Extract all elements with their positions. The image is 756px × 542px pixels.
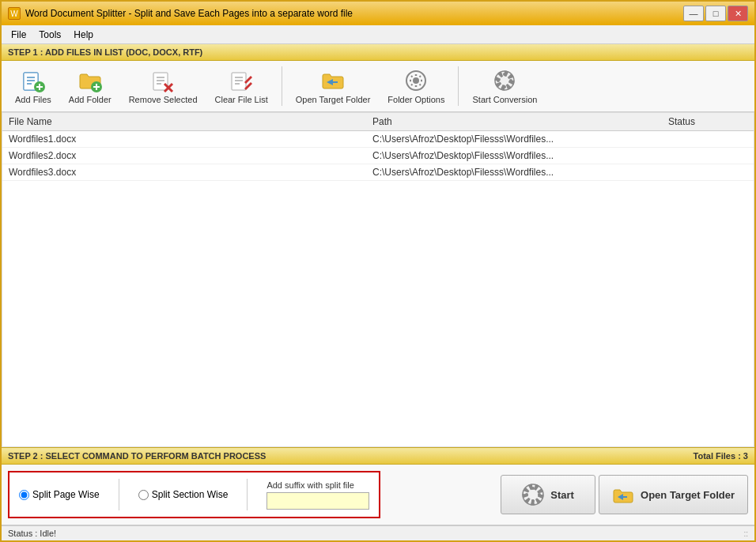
file-path-cell: C:\Users\Afroz\Desktop\Filesss\Wordfiles…: [372, 150, 668, 161]
file-list-body[interactable]: Wordfiles1.docxC:\Users\Afroz\Desktop\Fi…: [2, 131, 754, 446]
file-name-cell: Wordfiles1.docx: [9, 134, 372, 145]
add-folder-icon: [77, 68, 103, 93]
start-conversion-icon: [492, 68, 517, 93]
title-bar-left: W Word Document Splitter - Split and Sav…: [8, 7, 353, 20]
file-list-header: File Name Path Status: [2, 113, 754, 131]
add-folder-button[interactable]: Add Folder: [62, 64, 119, 108]
svg-rect-17: [232, 73, 246, 90]
svg-point-35: [497, 79, 500, 82]
folder-options-label: Folder Options: [387, 95, 444, 104]
clear-file-list-label: Clear File List: [215, 95, 268, 104]
options-divider-2: [247, 479, 248, 510]
split-section-wise-label: Split Section Wise: [152, 489, 229, 500]
svg-point-34: [503, 85, 506, 88]
maximize-button[interactable]: □: [705, 6, 726, 21]
menu-bar: File Tools Help: [2, 25, 754, 44]
suffix-group: Add suffix with split file: [266, 480, 369, 510]
toolbar-separator-1: [282, 66, 282, 106]
svg-point-39: [531, 487, 535, 490]
close-button[interactable]: ✕: [728, 6, 748, 21]
svg-point-36: [509, 79, 512, 82]
title-bar: W Word Document Splitter - Split and Sav…: [2, 2, 754, 25]
svg-line-27: [411, 76, 413, 77]
table-row[interactable]: Wordfiles3.docxC:\Users\Afroz\Desktop\Fi…: [2, 164, 754, 181]
svg-line-28: [420, 85, 421, 86]
suffix-input[interactable]: [266, 492, 369, 510]
open-target-folder-label: Open Target Folder: [296, 95, 371, 104]
open-folder-action-icon: [612, 485, 634, 504]
status-bar: Status : Idle! ::: [2, 525, 754, 540]
open-target-folder-button[interactable]: Open Target Folder: [289, 64, 378, 108]
start-label: Start: [550, 489, 574, 501]
toolbar-separator-2: [458, 66, 459, 106]
menu-file[interactable]: File: [5, 28, 32, 42]
status-text: Status : Idle!: [8, 529, 56, 538]
svg-point-26: [413, 77, 419, 84]
split-section-wise-option[interactable]: Split Section Wise: [138, 489, 229, 500]
svg-point-41: [525, 493, 528, 496]
options-divider: [119, 479, 119, 510]
file-path-cell: C:\Users\Afroz\Desktop\Filesss\Wordfiles…: [372, 167, 668, 178]
resize-handle: ::: [743, 529, 748, 538]
clear-file-list-button[interactable]: Clear File List: [208, 64, 275, 108]
start-conversion-label: Start Conversion: [472, 95, 537, 104]
table-row[interactable]: Wordfiles2.docxC:\Users\Afroz\Desktop\Fi…: [2, 148, 754, 164]
step2-label: STEP 2 : SELECT COMMAND TO PERFORM BATCH…: [8, 451, 266, 461]
menu-help[interactable]: Help: [67, 28, 100, 42]
svg-line-29: [420, 76, 421, 77]
main-window: W Word Document Splitter - Split and Sav…: [0, 0, 756, 542]
add-folder-label: Add Folder: [69, 95, 112, 104]
add-files-label: Add Files: [15, 95, 51, 104]
suffix-label: Add suffix with split file: [266, 480, 369, 490]
col-header-path: Path: [372, 116, 668, 127]
col-header-status: Status: [668, 116, 747, 127]
total-files-label: Total Files : 3: [694, 451, 748, 461]
open-target-folder-action-button[interactable]: Open Target Folder: [599, 475, 748, 514]
step1-header: STEP 1 : ADD FILES IN LIST (DOC, DOCX, R…: [2, 44, 754, 61]
file-status-cell: [668, 167, 747, 178]
toolbar: Add Files Add Folder: [2, 61, 754, 112]
app-icon: W: [8, 7, 21, 20]
file-list-container: File Name Path Status Wordfiles1.docxC:\…: [2, 112, 754, 447]
start-button[interactable]: Start: [501, 475, 595, 514]
file-status-cell: [668, 150, 747, 161]
table-row[interactable]: Wordfiles1.docxC:\Users\Afroz\Desktop\Fi…: [2, 131, 754, 148]
step1-label: STEP 1 : ADD FILES IN LIST (DOC, DOCX, R…: [8, 47, 202, 57]
split-page-wise-radio[interactable]: [19, 490, 29, 500]
remove-selected-icon: [150, 68, 176, 93]
file-name-cell: Wordfiles2.docx: [9, 150, 372, 161]
window-controls: — □ ✕: [683, 6, 748, 21]
remove-selected-label: Remove Selected: [129, 95, 198, 104]
action-buttons: Start Open Target Folder: [387, 475, 748, 514]
menu-tools[interactable]: Tools: [32, 28, 67, 42]
col-header-filename: File Name: [9, 116, 372, 127]
svg-line-30: [411, 85, 413, 86]
file-path-cell: C:\Users\Afroz\Desktop\Filesss\Wordfiles…: [372, 134, 668, 145]
remove-selected-button[interactable]: Remove Selected: [122, 64, 205, 108]
svg-point-33: [503, 73, 506, 76]
split-page-wise-option[interactable]: Split Page Wise: [19, 489, 100, 500]
file-name-cell: Wordfiles3.docx: [9, 167, 372, 178]
open-target-folder-icon: [320, 68, 346, 93]
folder-options-button[interactable]: Folder Options: [380, 64, 452, 108]
svg-point-40: [531, 499, 535, 502]
start-button-icon: [522, 484, 544, 506]
step2-content: Split Page Wise Split Section Wise Add s…: [2, 465, 754, 525]
minimize-button[interactable]: —: [683, 6, 704, 21]
folder-options-icon: [403, 68, 429, 93]
add-files-icon: [21, 68, 46, 93]
options-box: Split Page Wise Split Section Wise Add s…: [8, 471, 380, 518]
start-conversion-button[interactable]: Start Conversion: [465, 64, 544, 108]
add-files-button[interactable]: Add Files: [8, 64, 59, 108]
step2-header: STEP 2 : SELECT COMMAND TO PERFORM BATCH…: [2, 447, 754, 465]
svg-point-42: [538, 493, 541, 496]
open-target-folder-action-label: Open Target Folder: [641, 489, 735, 501]
split-page-wise-label: Split Page Wise: [32, 489, 100, 500]
file-status-cell: [668, 134, 747, 145]
clear-file-list-icon: [229, 68, 254, 93]
window-title: Word Document Splitter - Split and Save …: [25, 8, 353, 19]
svg-rect-11: [153, 73, 168, 90]
split-section-wise-radio[interactable]: [138, 490, 149, 500]
